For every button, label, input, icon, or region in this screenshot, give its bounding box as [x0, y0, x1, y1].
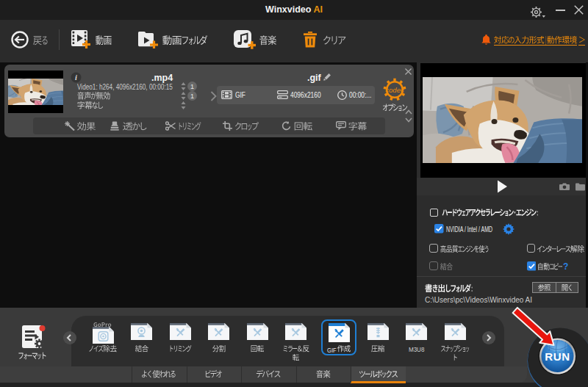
svg-text:codec: codec	[385, 86, 404, 94]
svg-text:i: i	[75, 73, 77, 82]
svg-text:1: 1	[190, 93, 194, 100]
svg-text:1: 1	[190, 83, 194, 90]
